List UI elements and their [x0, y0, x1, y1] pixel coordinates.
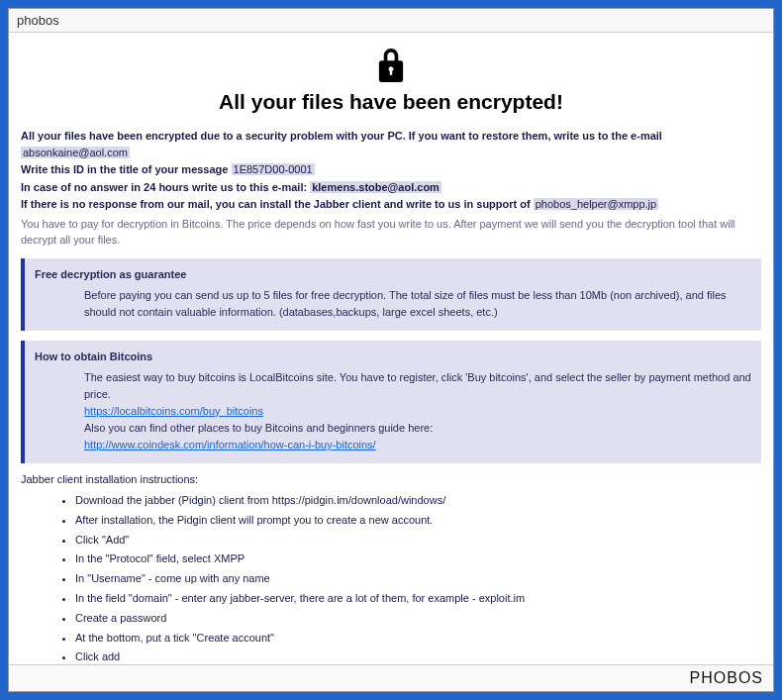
list-item: At the bottom, put a tick "Create accoun…: [75, 629, 761, 649]
jabber-instructions: Download the jabber (Pidgin) client from…: [21, 491, 761, 664]
window-title: phobos: [17, 13, 59, 28]
bitcoin-box: How to obtain Bitcoins The easiest way t…: [21, 341, 761, 463]
intro-line3: In case of no answer in 24 hours write u…: [21, 181, 310, 193]
message-id: 1E857D00-0001: [232, 163, 315, 175]
footer-logo: PHOBOS: [690, 669, 763, 686]
bitcoin-line1: The easiest way to buy bitcoins is Local…: [84, 369, 751, 403]
jabber-contact: phobos_helper@xmpp.jp: [534, 198, 658, 210]
list-item: Click "Add": [75, 531, 761, 550]
bitcoin-title: How to obtain Bitcoins: [35, 349, 751, 365]
free-decryption-title: Free decryption as guarantee: [35, 266, 751, 283]
list-item: Create a password: [75, 609, 761, 629]
page-title: All your files have been encrypted!: [21, 90, 761, 114]
list-item: In the "Protocol" field, select XMPP: [75, 550, 761, 569]
payment-note: You have to pay for decryption in Bitcoi…: [21, 216, 761, 249]
lock-icon: [376, 72, 406, 84]
intro-line1: All your files have been encrypted due t…: [21, 130, 662, 142]
intro-line4: If there is no response from our mail, y…: [21, 198, 534, 210]
bitcoin-link2[interactable]: http://www.coindesk.com/information/how-…: [84, 439, 376, 450]
jabber-heading: Jabber client installation instructions:: [21, 473, 761, 485]
bitcoin-link1[interactable]: https://localbitcoins.com/buy_bitcoins: [84, 405, 263, 417]
list-item: In "Username" - come up with any name: [75, 569, 761, 589]
footer: PHOBOS: [9, 664, 773, 691]
intro-line2: Write this ID in the title of your messa…: [21, 163, 232, 175]
lock-area: [21, 49, 761, 84]
list-item: In the field "domain" - enter any jabber…: [75, 589, 761, 609]
intro-block: All your files have been encrypted due t…: [21, 128, 761, 249]
free-decryption-box: Free decryption as guarantee Before payi…: [21, 258, 761, 331]
email-primary: absonkaine@aol.com: [21, 147, 130, 158]
bitcoin-line2: Also you can find other places to buy Bi…: [84, 422, 433, 434]
list-item: After installation, the Pidgin client wi…: [75, 511, 761, 531]
list-item: Click add: [75, 648, 761, 664]
free-decryption-text: Before paying you can send us up to 5 fi…: [84, 287, 751, 321]
list-item: Download the jabber (Pidgin) client from…: [75, 491, 761, 511]
app-window: phobos All your files have been encrypte…: [8, 8, 774, 692]
titlebar: phobos: [9, 9, 773, 33]
email-secondary: klemens.stobe@aol.com: [310, 181, 441, 193]
content-area: All your files have been encrypted! All …: [9, 33, 773, 664]
